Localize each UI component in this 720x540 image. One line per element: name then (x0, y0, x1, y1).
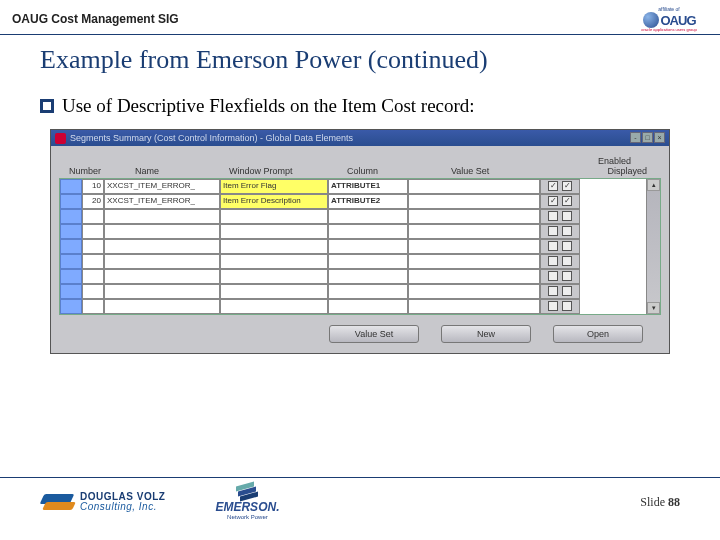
table-row[interactable] (60, 254, 660, 269)
cell-seq[interactable]: 10 (82, 179, 104, 194)
douglas-volz-logo: DOUGLAS VOLZ Consulting, Inc. (40, 490, 165, 514)
emerson-logo: EMERSON. Network Power (215, 484, 279, 520)
dv-mark-icon (40, 490, 76, 514)
table-row[interactable]: 20 XXCST_ITEM_ERROR_ Item Error Descript… (60, 194, 660, 209)
oracle-forms-window: Segments Summary (Cost Control Informati… (50, 129, 670, 354)
close-icon[interactable]: × (654, 132, 665, 143)
slide-number: Slide 88 (640, 495, 680, 510)
row-selector[interactable] (60, 179, 82, 194)
table-row[interactable] (60, 299, 660, 314)
displayed-checkbox[interactable]: ✓ (562, 181, 572, 191)
cell-seq[interactable]: 20 (82, 194, 104, 209)
oaug-tagline: oracle applications users group (641, 28, 696, 32)
hdr-valueset: Value Set (451, 166, 489, 176)
bullet-text: Use of Descriptive Flexfields on the Ite… (62, 95, 475, 117)
table-row[interactable] (60, 239, 660, 254)
row-selector[interactable] (60, 194, 82, 209)
open-button[interactable]: Open (553, 325, 643, 343)
scroll-up-icon[interactable]: ▴ (647, 179, 660, 191)
table-row[interactable] (60, 209, 660, 224)
cell-checks: ✓ ✓ (540, 179, 580, 194)
new-button[interactable]: New (441, 325, 531, 343)
page-title: Example from Emerson Power (continued) (40, 45, 680, 75)
cell-column[interactable]: ATTRIBUTE2 (328, 194, 408, 209)
table-row[interactable] (60, 284, 660, 299)
enabled-checkbox[interactable]: ✓ (548, 196, 558, 206)
hdr-enabled: Enabled (598, 156, 631, 166)
scroll-down-icon[interactable]: ▾ (647, 302, 660, 314)
em-line2: Network Power (227, 514, 268, 520)
hdr-name: Name (135, 166, 159, 176)
displayed-checkbox[interactable]: ✓ (562, 196, 572, 206)
enabled-checkbox[interactable]: ✓ (548, 181, 558, 191)
value-set-button[interactable]: Value Set (329, 325, 419, 343)
cell-checks: ✓ ✓ (540, 194, 580, 209)
cell-name[interactable]: XXCST_ITEM_ERROR_ (104, 179, 220, 194)
hdr-column: Column (347, 166, 378, 176)
segments-grid: 10 XXCST_ITEM_ERROR_ Item Error Flag ATT… (59, 178, 661, 315)
cell-valueset[interactable] (408, 179, 540, 194)
maximize-icon[interactable]: □ (642, 132, 653, 143)
cell-valueset[interactable] (408, 194, 540, 209)
cell-prompt[interactable]: Item Error Flag (220, 179, 328, 194)
cell-name[interactable]: XXCST_ITEM_ERROR_ (104, 194, 220, 209)
window-title: Segments Summary (Cost Control Informati… (70, 133, 353, 143)
scrollbar[interactable]: ▴ ▾ (646, 179, 660, 314)
oaug-text: OAUG (661, 13, 696, 28)
cell-column[interactable]: ATTRIBUTE1 (328, 179, 408, 194)
dv-line2: Consulting, Inc. (80, 502, 165, 512)
globe-icon (643, 12, 659, 28)
cell-prompt[interactable]: Item Error Description (220, 194, 328, 209)
sig-title: OAUG Cost Management SIG (12, 12, 179, 26)
table-row[interactable]: 10 XXCST_ITEM_ERROR_ Item Error Flag ATT… (60, 179, 660, 194)
bullet-icon (40, 99, 54, 113)
em-line1: EMERSON. (215, 500, 279, 514)
oaug-logo: affiliate of OAUG oracle applications us… (630, 6, 708, 32)
window-titlebar[interactable]: Segments Summary (Cost Control Informati… (51, 130, 669, 146)
minimize-icon[interactable]: ‐ (630, 132, 641, 143)
header-rule (0, 34, 720, 35)
emerson-mark-icon (236, 484, 258, 500)
hdr-prompt: Window Prompt (229, 166, 293, 176)
hdr-displayed: Displayed (607, 166, 647, 176)
hdr-number: Number (69, 166, 101, 176)
table-row[interactable] (60, 269, 660, 284)
oracle-icon (55, 133, 66, 144)
table-row[interactable] (60, 224, 660, 239)
